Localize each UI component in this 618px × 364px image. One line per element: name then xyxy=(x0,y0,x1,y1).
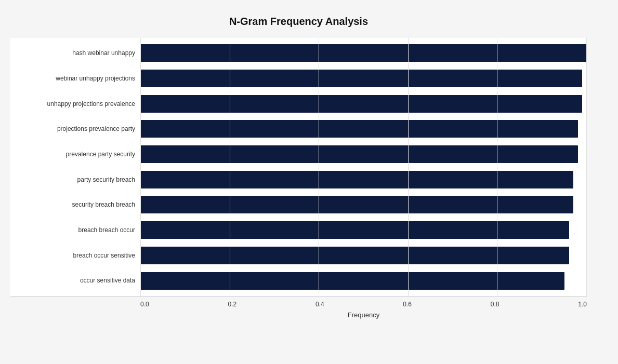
y-axis-label: occur sensitive data xyxy=(80,277,135,284)
grid-line-2 xyxy=(319,38,319,296)
x-tick: 0.8 xyxy=(491,301,499,308)
x-tick: 0.0 xyxy=(140,301,149,308)
bars-section: hash webinar unhappywebinar unhappy proj… xyxy=(10,38,587,296)
grid-lines xyxy=(140,38,587,296)
y-axis-label: breach occur sensitive xyxy=(73,252,135,259)
x-tick: 0.2 xyxy=(228,301,236,308)
grid-line-0 xyxy=(140,38,141,296)
x-tick: 0.4 xyxy=(315,301,324,308)
x-tick: 0.6 xyxy=(403,301,412,308)
x-axis: 0.00.20.40.60.81.0 xyxy=(10,296,587,308)
y-axis-label: prevalence party security xyxy=(66,151,135,158)
y-axis-label: unhappy projections prevalence xyxy=(47,100,135,107)
x-ticks: 0.00.20.40.60.81.0 xyxy=(140,301,587,308)
y-axis-label: security breach breach xyxy=(72,201,135,208)
grid-line-5 xyxy=(586,38,587,296)
grid-line-4 xyxy=(497,38,497,296)
bars-plot xyxy=(140,38,587,296)
chart-area: hash webinar unhappywebinar unhappy proj… xyxy=(10,38,587,319)
y-axis-label: hash webinar unhappy xyxy=(72,49,135,57)
y-axis-label: webinar unhappy projections xyxy=(56,75,135,82)
y-axis: hash webinar unhappywebinar unhappy proj… xyxy=(10,38,140,296)
chart-container: N-Gram Frequency Analysis hash webinar u… xyxy=(0,0,618,364)
chart-title: N-Gram Frequency Analysis xyxy=(10,10,587,28)
grid-line-3 xyxy=(408,38,409,296)
y-axis-label: breach breach occur xyxy=(78,226,135,234)
y-axis-label: party security breach xyxy=(77,176,135,183)
x-tick: 1.0 xyxy=(578,301,587,308)
y-axis-label: projections prevalence party xyxy=(57,125,135,132)
x-axis-label: Frequency xyxy=(10,311,587,319)
grid-line-1 xyxy=(230,38,230,296)
